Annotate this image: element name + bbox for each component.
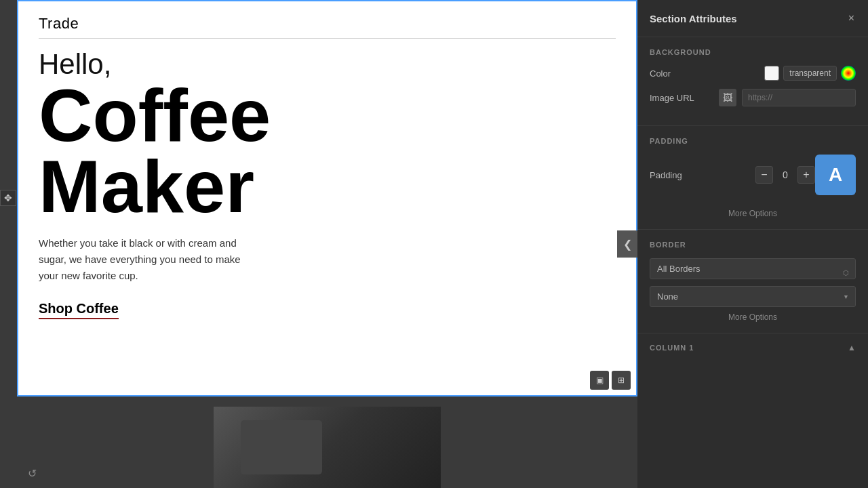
bottom-section [17, 400, 637, 488]
border-style-select[interactable]: None [650, 286, 856, 307]
border-more-options[interactable]: More Options [650, 307, 856, 322]
coffee-image [214, 407, 441, 488]
shop-coffee-link[interactable]: Shop Coffee [39, 301, 119, 319]
padding-section: PADDING Padding − 0 + A More Options [637, 126, 868, 230]
refresh-button[interactable]: ↺ [22, 464, 41, 483]
section-controls: ▣ ⊞ [590, 371, 631, 390]
coffee-text: Coffee [39, 80, 616, 151]
color-text: transparent [783, 66, 837, 81]
background-section-title: BACKGROUND [650, 48, 856, 56]
hero-section: Trade Hello, Coffee Maker Whether you ta… [17, 0, 637, 396]
panel-title: Section Attributes [650, 13, 737, 24]
all-borders-wrapper: All Borders [650, 258, 856, 286]
column-header-title: COLUMN 1 [650, 344, 694, 352]
nav-arrow-right[interactable]: ❮ [617, 230, 637, 258]
padding-increase-button[interactable]: + [797, 166, 815, 184]
move-icon: ✥ [4, 192, 12, 203]
padding-field-row: Padding − 0 + A [650, 155, 856, 195]
move-handle[interactable]: ✥ [0, 190, 16, 206]
right-panel: Section Attributes × BACKGROUND Color tr… [637, 0, 868, 488]
description-text: Whether you take it black or with cream … [39, 235, 256, 284]
all-borders-select[interactable]: All Borders [650, 258, 856, 279]
canvas-area: ✥ Trade Hello, Coffee Maker Whether you … [0, 0, 637, 488]
auto-padding-button[interactable]: A [815, 155, 856, 195]
canvas-content: ✥ Trade Hello, Coffee Maker Whether you … [17, 0, 637, 488]
padding-stepper: − 0 + [755, 166, 815, 184]
padding-controls: − 0 + A [755, 155, 856, 195]
trade-label: Trade [39, 15, 616, 39]
column-header[interactable]: COLUMN 1 ▲ [637, 333, 868, 362]
padding-value: 0 [778, 169, 792, 180]
image-url-controls: 🖼 [719, 89, 856, 106]
image-url-label: Image URL [650, 93, 694, 103]
coffee-maker-text: Coffee Maker [39, 80, 616, 222]
color-controls: transparent [764, 66, 856, 81]
section-ctrl-btn-2[interactable]: ⊞ [612, 371, 631, 390]
image-url-input[interactable] [742, 89, 856, 106]
color-label: Color [650, 68, 671, 79]
color-field-row: Color transparent [650, 66, 856, 81]
padding-section-title: PADDING [650, 137, 856, 145]
panel-close-button[interactable]: × [847, 11, 856, 26]
panel-header: Section Attributes × [637, 0, 868, 37]
border-section-title: BORDER [650, 241, 856, 249]
image-url-row: Image URL 🖼 [650, 89, 856, 106]
padding-decrease-button[interactable]: − [755, 166, 773, 184]
padding-label: Padding [650, 170, 682, 180]
padding-more-options[interactable]: More Options [650, 203, 856, 218]
border-section: BORDER All Borders None More Options [637, 230, 868, 333]
color-swatch[interactable] [764, 66, 779, 81]
color-picker-button[interactable] [841, 66, 856, 81]
section-ctrl-btn-1[interactable]: ▣ [590, 371, 609, 390]
chevron-up-icon: ▲ [848, 343, 856, 352]
maker-text: Maker [39, 151, 616, 222]
image-icon: 🖼 [719, 89, 736, 106]
background-section: BACKGROUND Color transparent Image URL 🖼 [637, 37, 868, 126]
border-style-wrapper: None [650, 286, 856, 307]
